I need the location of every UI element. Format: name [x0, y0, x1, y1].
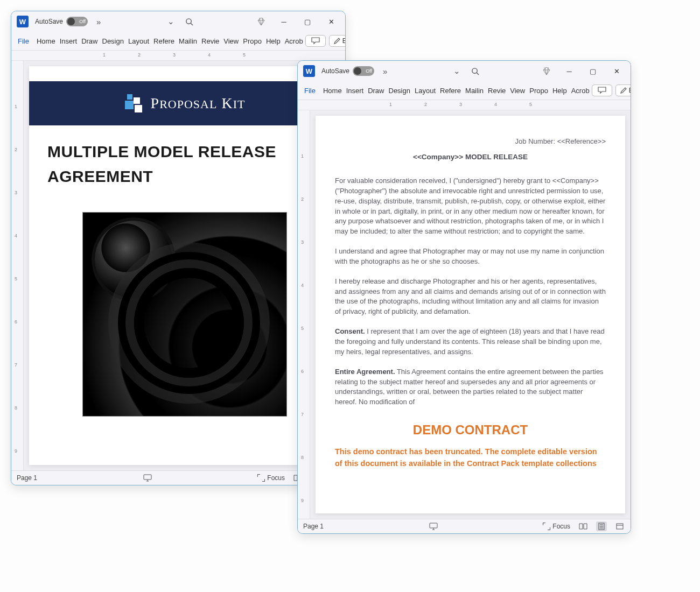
- focus-mode-button[interactable]: Focus: [257, 474, 285, 482]
- tab-file[interactable]: File: [12, 34, 34, 48]
- document-title-line2: AGREEMENT: [29, 164, 340, 189]
- autosave-toggle[interactable]: AutoSave Off: [35, 17, 88, 26]
- brand-banner: PROPOSAL KIT: [29, 81, 340, 125]
- close-button[interactable]: ✕: [605, 61, 628, 81]
- tab-review[interactable]: Revie: [486, 83, 508, 98]
- tab-layout[interactable]: Layout: [126, 34, 151, 48]
- document-area: 1 2 3 4 5 6 7 8 9 Job Number: <<Referenc…: [298, 110, 631, 519]
- chevron-down-icon[interactable]: ⌄: [163, 14, 178, 29]
- paragraph-4: Consent. I represent that I am over the …: [335, 327, 606, 357]
- tab-proposal[interactable]: Propo: [241, 34, 264, 48]
- camera-photo: [82, 212, 287, 417]
- page-indicator[interactable]: Page 1: [303, 523, 324, 530]
- tab-view[interactable]: View: [508, 83, 527, 98]
- tab-proposal[interactable]: Propo: [527, 83, 550, 98]
- horizontal-ruler[interactable]: 1 2 3 4 5: [298, 100, 631, 110]
- ribbon-tabs: File Home Insert Draw Design Layout Refe…: [11, 32, 345, 51]
- tab-design[interactable]: Design: [387, 83, 412, 98]
- web-layout-icon[interactable]: [614, 521, 625, 531]
- word-app-icon: W: [17, 16, 29, 27]
- editing-mode-button[interactable]: Editing ›: [329, 35, 345, 47]
- search-icon[interactable]: [467, 64, 482, 79]
- horizontal-ruler[interactable]: 1 2 3 4 5: [11, 51, 345, 61]
- tab-insert[interactable]: Insert: [58, 34, 80, 48]
- tab-review[interactable]: Revie: [199, 34, 221, 48]
- tab-file[interactable]: File: [299, 83, 321, 98]
- read-mode-icon[interactable]: [578, 521, 589, 531]
- proposal-kit-logo-icon: [124, 93, 144, 114]
- editing-label: Editing: [342, 37, 345, 45]
- toggle-off-icon[interactable]: Off: [66, 17, 88, 26]
- document-page[interactable]: Job Number: <<Reference>> <<Company>> MO…: [316, 116, 625, 513]
- autosave-toggle[interactable]: AutoSave Off: [321, 66, 374, 76]
- document-area: 1 2 3 4 5 6 7 8 9 PROPOSAL KIT MULTIPLE …: [11, 61, 345, 470]
- tab-help[interactable]: Help: [550, 83, 569, 98]
- minimize-button[interactable]: ─: [272, 11, 296, 32]
- tab-references[interactable]: Refere: [151, 34, 177, 48]
- tab-mailings[interactable]: Mailin: [177, 34, 199, 48]
- editing-mode-button[interactable]: Editing ›: [615, 84, 631, 96]
- more-qat-icon[interactable]: »: [91, 14, 106, 29]
- ribbon-tabs: File Home Insert Draw Design Layout Refe…: [298, 81, 631, 100]
- diamond-icon[interactable]: [254, 14, 269, 29]
- tab-references[interactable]: Refere: [438, 83, 463, 98]
- svg-rect-16: [617, 524, 623, 529]
- page-indicator[interactable]: Page 1: [17, 474, 37, 482]
- svg-point-9: [472, 68, 477, 73]
- paragraph-1: For valuable consideration received, I (…: [335, 176, 606, 237]
- search-icon[interactable]: [181, 14, 197, 29]
- more-qat-icon[interactable]: »: [377, 64, 393, 79]
- toggle-off-icon[interactable]: Off: [353, 66, 374, 76]
- display-settings-icon[interactable]: [428, 521, 439, 531]
- tab-layout[interactable]: Layout: [412, 83, 438, 98]
- tab-acrobat[interactable]: Acrob: [569, 83, 592, 98]
- paragraph-5: Entire Agreement. This Agreement contain…: [335, 367, 606, 407]
- vertical-ruler[interactable]: 1 2 3 4 5 6 7 8 9: [298, 110, 310, 519]
- tab-home[interactable]: Home: [321, 83, 344, 98]
- diamond-icon[interactable]: [539, 64, 554, 79]
- print-layout-icon[interactable]: [596, 521, 607, 531]
- document-title: <<Company>> MODEL RELEASE: [335, 153, 606, 161]
- tab-help[interactable]: Help: [264, 34, 283, 48]
- tab-home[interactable]: Home: [34, 34, 58, 48]
- tab-view[interactable]: View: [221, 34, 241, 48]
- maximize-button[interactable]: ▢: [581, 61, 605, 81]
- tab-insert[interactable]: Insert: [344, 83, 366, 98]
- autosave-label: AutoSave: [35, 18, 63, 25]
- titlebar: W AutoSave Off » ⌄ ─ ▢ ✕: [11, 11, 345, 32]
- word-window-1: W AutoSave Off » ⌄ ─ ▢ ✕ File Home Inser…: [11, 11, 346, 485]
- paragraph-3: I hereby release and discharge Photograp…: [335, 277, 606, 317]
- tab-mailings[interactable]: Mailin: [463, 83, 486, 98]
- display-settings-icon[interactable]: [142, 473, 153, 483]
- status-bar: Page 1 Focus: [11, 470, 345, 485]
- autosave-label: AutoSave: [321, 67, 349, 75]
- tab-draw[interactable]: Draw: [79, 34, 100, 48]
- focus-icon: [257, 474, 265, 482]
- minimize-button[interactable]: ─: [557, 61, 581, 81]
- word-app-icon: W: [303, 65, 315, 77]
- demo-text: This demo contract has been truncated. T…: [335, 446, 606, 470]
- svg-line-10: [477, 73, 479, 75]
- focus-icon: [543, 523, 550, 530]
- paragraph-2: I understand and agree that Photographer…: [335, 246, 606, 267]
- svg-line-1: [191, 23, 193, 25]
- comments-button[interactable]: [592, 84, 612, 96]
- document-title-line1: MULTIPLE MODEL RELEASE: [29, 139, 340, 164]
- document-page[interactable]: PROPOSAL KIT MULTIPLE MODEL RELEASE AGRE…: [29, 66, 340, 465]
- comments-button[interactable]: [305, 35, 326, 47]
- svg-rect-2: [144, 475, 151, 480]
- tab-draw[interactable]: Draw: [366, 83, 386, 98]
- word-window-2: W AutoSave Off » ⌄ ─ ▢ ✕ File Home Inser…: [297, 60, 631, 534]
- svg-point-0: [186, 18, 191, 23]
- tab-acrobat[interactable]: Acrob: [283, 34, 305, 48]
- tab-design[interactable]: Design: [100, 34, 126, 48]
- focus-mode-button[interactable]: Focus: [543, 523, 570, 530]
- vertical-ruler[interactable]: 1 2 3 4 5 6 7 8 9: [11, 61, 24, 470]
- maximize-button[interactable]: ▢: [296, 11, 319, 32]
- editing-label: Editing: [629, 87, 631, 94]
- demo-heading: DEMO CONTRACT: [335, 422, 606, 438]
- close-button[interactable]: ✕: [319, 11, 343, 32]
- status-bar: Page 1 Focus: [298, 519, 631, 533]
- chevron-down-icon[interactable]: ⌄: [449, 64, 464, 79]
- job-number: Job Number: <<Reference>>: [335, 137, 606, 145]
